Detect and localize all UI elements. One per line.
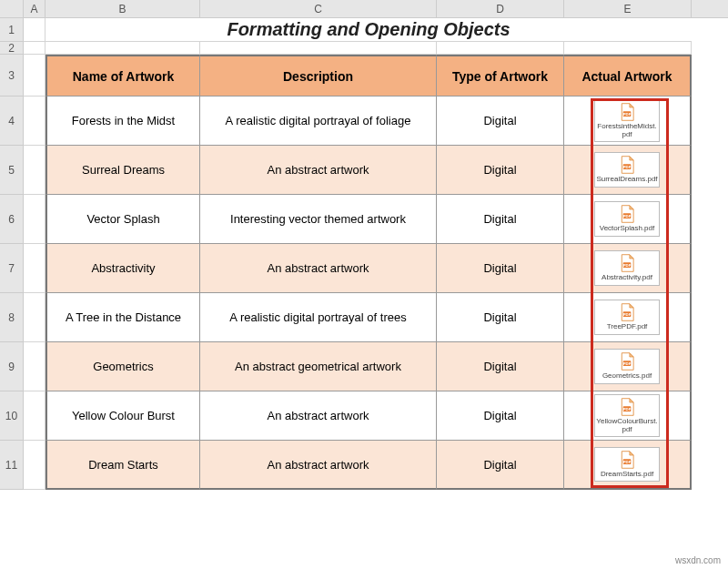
row-header-10[interactable]: 10 xyxy=(0,391,23,441)
table-cell-type[interactable]: Digital xyxy=(437,441,564,490)
column-header-b[interactable]: B xyxy=(46,0,200,17)
table-cell-type[interactable]: Digital xyxy=(437,391,564,441)
cell-a2[interactable] xyxy=(24,42,46,55)
cell-d2[interactable] xyxy=(437,42,564,55)
table-cell-name[interactable]: A Tree in the Distance xyxy=(46,293,200,342)
table-cell-name[interactable]: Forests in the Midst xyxy=(46,97,200,146)
column-header-a[interactable]: A xyxy=(24,0,46,17)
page-title[interactable]: Formatting and Opening Objects xyxy=(46,18,692,42)
row-header-6[interactable]: 6 xyxy=(0,195,23,244)
table-cell-type[interactable]: Digital xyxy=(437,342,564,391)
cell-a6[interactable] xyxy=(24,195,46,244)
cell-a9[interactable] xyxy=(24,342,46,391)
grid-area: Formatting and Opening Objects Name of A… xyxy=(24,18,692,490)
svg-text:PDF: PDF xyxy=(623,459,632,463)
table-cell-type[interactable]: Digital xyxy=(437,293,564,342)
embedded-pdf-filename: VectorSplash.pdf xyxy=(600,225,654,232)
table-cell-artwork[interactable]: PDF Geometrics.pdf xyxy=(564,342,692,391)
table-cell-desc[interactable]: A realistic digital portrayal of trees xyxy=(200,293,437,342)
svg-text:PDF: PDF xyxy=(623,312,632,317)
table-header-name[interactable]: Name of Artwork xyxy=(46,55,200,97)
embedded-pdf-filename: Geometrics.pdf xyxy=(602,372,652,380)
table-cell-desc[interactable]: An abstract geometrical artwork xyxy=(200,342,437,391)
row-header-8[interactable]: 8 xyxy=(0,293,23,342)
svg-text:PDF: PDF xyxy=(623,165,632,169)
table-cell-artwork[interactable]: PDF Abstractivity.pdf xyxy=(564,244,692,293)
pdf-file-icon: PDF xyxy=(619,156,635,174)
embedded-pdf-object[interactable]: PDF Abstractivity.pdf xyxy=(594,250,660,285)
cell-b2[interactable] xyxy=(46,42,200,55)
column-header-c[interactable]: C xyxy=(200,0,437,17)
cell-e2[interactable] xyxy=(564,42,692,55)
select-all-corner[interactable] xyxy=(0,0,24,17)
row-header-11[interactable]: 11 xyxy=(0,441,23,490)
table-cell-desc[interactable]: An abstract artwork xyxy=(200,146,437,195)
column-header-row: A B C D E xyxy=(0,0,728,18)
table-cell-type[interactable]: Digital xyxy=(437,244,564,293)
embedded-pdf-filename: DreamStarts.pdf xyxy=(601,471,653,478)
embedded-pdf-filename: Abstractivity.pdf xyxy=(602,274,652,281)
column-header-d[interactable]: D xyxy=(437,0,564,17)
svg-text:PDF: PDF xyxy=(623,112,632,117)
cell-a4[interactable] xyxy=(24,97,46,146)
pdf-file-icon: PDF xyxy=(619,303,635,321)
table-cell-type[interactable]: Digital xyxy=(437,146,564,195)
row-header-3[interactable]: 3 xyxy=(0,55,23,97)
embedded-pdf-object[interactable]: PDF Geometrics.pdf xyxy=(594,349,660,383)
cell-a7[interactable] xyxy=(24,244,46,293)
cell-a3[interactable] xyxy=(24,55,46,97)
embedded-pdf-object[interactable]: PDF ForestsintheMidst.pdf xyxy=(594,99,660,142)
table-cell-type[interactable]: Digital xyxy=(437,195,564,244)
row-header-5[interactable]: 5 xyxy=(0,146,23,195)
table-cell-artwork[interactable]: PDF TreePDF.pdf xyxy=(564,293,692,342)
cell-a11[interactable] xyxy=(24,441,46,490)
table-cell-name[interactable]: Vector Splash xyxy=(46,195,200,244)
cell-a10[interactable] xyxy=(24,391,46,441)
cell-a8[interactable] xyxy=(24,293,46,342)
cell-a1[interactable] xyxy=(24,18,46,42)
svg-text:PDF: PDF xyxy=(623,407,632,412)
table-cell-artwork[interactable]: PDF DreamStarts.pdf xyxy=(564,441,692,490)
cell-c2[interactable] xyxy=(200,42,437,55)
row-header-4[interactable]: 4 xyxy=(0,97,23,146)
table-cell-name[interactable]: Surreal Dreams xyxy=(46,146,200,195)
table-cell-artwork[interactable]: PDF YellowColourBurst.pdf xyxy=(564,391,692,441)
embedded-pdf-filename: ForestsintheMidst.pdf xyxy=(596,123,658,138)
cell-a5[interactable] xyxy=(24,146,46,195)
table-cell-desc[interactable]: An abstract artwork xyxy=(200,391,437,441)
watermark: wsxdn.com xyxy=(675,555,721,565)
embedded-pdf-filename: TreePDF.pdf xyxy=(607,323,648,330)
embedded-pdf-object[interactable]: PDF VectorSplash.pdf xyxy=(594,201,660,236)
table-cell-name[interactable]: Geometrics xyxy=(46,342,200,391)
embedded-pdf-object[interactable]: PDF SurrealDreams.pdf xyxy=(594,152,660,187)
row-header-2[interactable]: 2 xyxy=(0,42,23,55)
embedded-pdf-filename: YellowColourBurst.pdf xyxy=(596,418,658,433)
table-cell-type[interactable]: Digital xyxy=(437,97,564,146)
table-header-type[interactable]: Type of Artwork xyxy=(437,55,564,97)
embedded-pdf-object[interactable]: PDF DreamStarts.pdf xyxy=(594,447,660,482)
table-cell-name[interactable]: Dream Starts xyxy=(46,441,200,490)
table-cell-desc[interactable]: An abstract artwork xyxy=(200,244,437,293)
table-header-artwork[interactable]: Actual Artwork xyxy=(564,55,692,97)
row-header-1[interactable]: 1 xyxy=(0,18,23,42)
spreadsheet: A B C D E 1 2 3 4 5 6 7 8 9 10 11 Format… xyxy=(0,0,728,569)
row-header-9[interactable]: 9 xyxy=(0,342,23,391)
pdf-file-icon: PDF xyxy=(619,352,635,371)
embedded-pdf-object[interactable]: PDF YellowColourBurst.pdf xyxy=(594,394,660,437)
table-cell-desc[interactable]: A realistic digital portrayal of foliage xyxy=(200,97,437,146)
embedded-pdf-filename: SurrealDreams.pdf xyxy=(596,176,657,183)
table-cell-desc[interactable]: An abstract artwork xyxy=(200,441,437,490)
row-header-7[interactable]: 7 xyxy=(0,244,23,293)
column-header-e[interactable]: E xyxy=(564,0,692,17)
pdf-file-icon: PDF xyxy=(619,103,635,121)
table-cell-desc[interactable]: Interesting vector themed artwork xyxy=(200,195,437,244)
table-cell-name[interactable]: Yellow Colour Burst xyxy=(46,391,200,441)
embedded-pdf-object[interactable]: PDF TreePDF.pdf xyxy=(594,300,660,334)
table-cell-artwork[interactable]: PDF ForestsintheMidst.pdf xyxy=(564,97,692,146)
table-header-desc[interactable]: Description xyxy=(200,55,437,97)
row-header-col: 1 2 3 4 5 6 7 8 9 10 11 xyxy=(0,18,24,490)
table-cell-artwork[interactable]: PDF SurrealDreams.pdf xyxy=(564,146,692,195)
table-cell-name[interactable]: Abstractivity xyxy=(46,244,200,293)
pdf-file-icon: PDF xyxy=(619,398,635,416)
table-cell-artwork[interactable]: PDF VectorSplash.pdf xyxy=(564,195,692,244)
